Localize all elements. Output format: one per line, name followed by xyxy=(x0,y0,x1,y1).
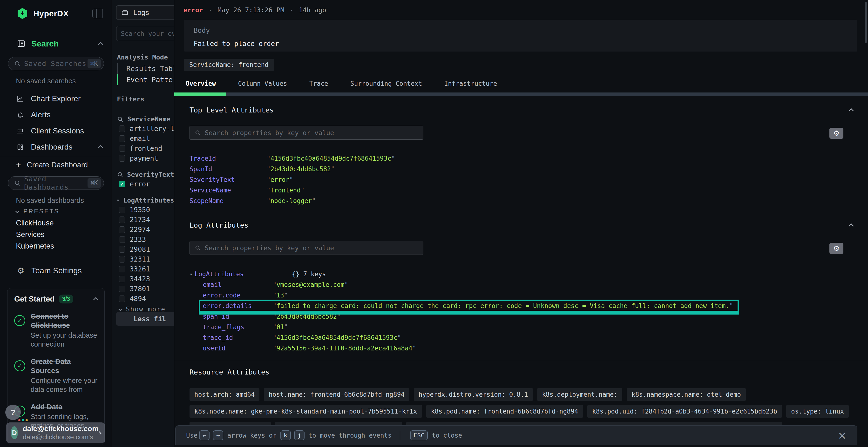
analysis-mode-results-table[interactable]: Results Table xyxy=(117,63,174,74)
tab-column-values[interactable]: Column Values xyxy=(238,80,287,94)
presets-toggle[interactable]: PRESETS xyxy=(16,208,59,215)
filter-option-22974[interactable]: 22974 xyxy=(117,225,174,235)
checkbox[interactable] xyxy=(119,266,125,272)
resource-tag[interactable]: os.type: linux xyxy=(786,405,849,418)
resource-tag[interactable]: k8s.pod.uid: f284fb2d-a0b3-4634-991b-e2c… xyxy=(587,405,782,418)
attribute-row-email[interactable]: emailvmoses@example.com xyxy=(189,279,348,290)
saved-dashboards-input[interactable]: Saved Dashboards ⌘K xyxy=(8,176,104,190)
resource-tag[interactable]: host.name: frontend-6b6c8d7bfd-ng894 xyxy=(264,388,409,401)
checkbox[interactable] xyxy=(119,296,125,302)
nav-label: Alerts xyxy=(31,110,51,119)
attribute-row-traceid[interactable]: TraceId4156d3fbc40a64854d9dc7f68641593c xyxy=(189,153,395,164)
resource-tag[interactable]: k8s.namespace.name: otel-demo xyxy=(627,388,746,401)
chevron-down-icon xyxy=(118,307,122,311)
sidebar-item-dashboards[interactable]: Dashboards xyxy=(0,139,111,155)
filter-option-error[interactable]: error xyxy=(117,179,174,189)
source-select[interactable]: Logs xyxy=(116,5,174,20)
tab-overview[interactable]: Overview xyxy=(186,80,216,94)
attribute-row-severitytext[interactable]: SeverityTexterror xyxy=(189,174,293,185)
chevron-up-icon[interactable] xyxy=(93,297,98,302)
filter-option-email[interactable]: email xyxy=(117,134,174,143)
get-started-step-connect-to-clickhouse[interactable]: ✓Connect to ClickHouseSet up your databa… xyxy=(14,312,98,349)
settings-gear-button[interactable]: ⚙ xyxy=(830,243,843,254)
preset-item-services[interactable]: Services xyxy=(0,229,111,240)
filter-option-34423[interactable]: 34423 xyxy=(117,274,174,284)
filter-option-19350[interactable]: 19350 xyxy=(117,205,174,215)
resource-tag[interactable]: k8s.node.name: gke-pme-k8s-standard-main… xyxy=(189,405,422,418)
attribute-row-spanid[interactable]: SpanId2b43d0c4dd6bc582 xyxy=(189,164,335,174)
checkbox[interactable] xyxy=(119,246,125,253)
resource-tag[interactable]: host.arch: amd64 xyxy=(189,388,259,401)
attribute-row-error-details[interactable]: error.detailsfailed to charge card: coul… xyxy=(189,301,733,311)
close-icon[interactable]: × xyxy=(838,430,846,441)
tab-infrastructure[interactable]: Infrastructure xyxy=(444,80,497,94)
checkbox[interactable] xyxy=(119,227,125,233)
preset-item-kubernetes[interactable]: Kubernetes xyxy=(0,240,111,252)
sidebar-item-chart-explorer[interactable]: Chart Explorer xyxy=(0,91,111,107)
filter-option-29081[interactable]: 29081 xyxy=(117,244,174,254)
filter-option-artillery-loa[interactable]: artillery-loa xyxy=(117,124,174,134)
checkbox[interactable] xyxy=(119,207,125,213)
nav-label: Client Sessions xyxy=(31,127,84,135)
tab-surrounding-context[interactable]: Surrounding Context xyxy=(350,80,422,94)
checkbox[interactable] xyxy=(119,135,125,142)
filter-option-label: email xyxy=(130,135,150,143)
filter-option-label: error xyxy=(130,180,150,188)
tab-trace[interactable]: Trace xyxy=(309,80,328,94)
attribute-row-span-id[interactable]: span_id2b43d0c4dd6bc582 xyxy=(189,311,341,322)
log-attributes-tree-root[interactable]: ▾ LogAttributes {} 7 keys xyxy=(189,269,858,279)
checkbox[interactable] xyxy=(119,155,125,162)
chevron-up-icon[interactable] xyxy=(849,108,854,113)
get-started-step-create-data-sources[interactable]: ✓Create Data SourcesConfigure where your… xyxy=(14,357,98,394)
attribute-key: trace_id xyxy=(203,334,273,341)
help-button[interactable]: ? xyxy=(5,405,21,420)
analysis-mode-event-patterns[interactable]: Event Patterns xyxy=(117,74,174,85)
sidebar-item-alerts[interactable]: Alerts xyxy=(0,107,111,123)
checkbox[interactable] xyxy=(119,126,125,132)
settings-gear-button[interactable]: ⚙ xyxy=(830,128,843,139)
scrollbar-thumb[interactable] xyxy=(865,2,867,43)
sidebar-item-client-sessions[interactable]: Client Sessions xyxy=(0,123,111,139)
filter-option-4894[interactable]: 4894 xyxy=(117,294,174,304)
sidebar-item-team-settings[interactable]: ⚙ Team Settings xyxy=(0,264,111,277)
attribute-row-servicename[interactable]: ServiceNamefrontend xyxy=(189,185,305,196)
sidebar-collapse-icon[interactable] xyxy=(92,9,103,18)
chevron-up-icon[interactable] xyxy=(98,145,103,150)
create-dashboard-button[interactable]: + Create Dashboard xyxy=(16,160,88,170)
checkbox[interactable] xyxy=(119,276,125,282)
filter-option-21734[interactable]: 21734 xyxy=(117,215,174,225)
filter-option-frontend[interactable]: frontend xyxy=(117,143,174,153)
resource-tag[interactable]: k8s.pod.name: frontend-6b6c8d7bfd-ng894 xyxy=(426,405,583,418)
checkbox-checked[interactable] xyxy=(119,181,125,187)
checkbox[interactable] xyxy=(119,216,125,223)
filter-option-payment[interactable]: payment xyxy=(117,153,174,163)
property-search-input[interactable]: Search properties by key or value xyxy=(189,126,424,140)
attribute-row-scopename[interactable]: ScopeNamenode-logger xyxy=(189,196,316,206)
resource-tag[interactable]: hyperdx.distro.version: 0.8.1 xyxy=(414,388,533,401)
property-search-input[interactable]: Search properties by key or value xyxy=(189,241,424,255)
attribute-row-trace-flags[interactable]: trace_flags01 xyxy=(189,322,288,332)
attribute-row-trace-id[interactable]: trace_id4156d3fbc40a64854d9dc7f68641593c xyxy=(189,332,401,343)
user-menu[interactable]: D dale@clickhouse.com dale@clickhouse.co… xyxy=(6,422,105,443)
filter-option-33261[interactable]: 33261 xyxy=(117,264,174,274)
tree-caret-icon[interactable]: ▾ xyxy=(189,271,193,277)
filter-option-32311[interactable]: 32311 xyxy=(117,254,174,264)
event-search-input[interactable]: Search your ev xyxy=(116,26,174,41)
service-name-tag[interactable]: ServiceName: frontend xyxy=(184,59,274,71)
attribute-row-userid[interactable]: userId92a55156-39a4-11f0-8ddd-a2eca416a8… xyxy=(189,343,416,353)
checkbox[interactable] xyxy=(119,256,125,263)
resource-tag[interactable]: k8s.deployment.name: xyxy=(537,388,622,401)
filter-option-2333[interactable]: 2333 xyxy=(117,235,174,244)
saved-searches-input[interactable]: Saved Searches ⌘K xyxy=(8,57,104,70)
chevron-up-icon[interactable] xyxy=(98,42,103,47)
less-filters-button[interactable]: Less fil xyxy=(116,312,174,325)
checkbox[interactable] xyxy=(119,145,125,152)
filter-option-37801[interactable]: 37801 xyxy=(117,284,174,294)
attribute-value: frontend xyxy=(267,187,305,194)
attribute-row-error-code[interactable]: error.code13 xyxy=(189,290,288,301)
checkbox[interactable] xyxy=(119,236,125,243)
checkbox[interactable] xyxy=(119,286,125,292)
sidebar-item-search[interactable]: Search xyxy=(0,38,111,49)
chevron-up-icon[interactable] xyxy=(849,223,854,228)
preset-item-clickhouse[interactable]: ClickHouse xyxy=(0,217,111,229)
